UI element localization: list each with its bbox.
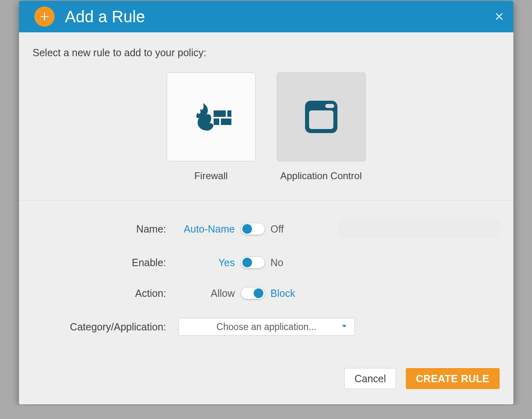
prompt-text: Select a new rule to add to your policy: (33, 47, 500, 59)
plus-icon (34, 6, 55, 27)
create-rule-button[interactable]: CREATE RULE (406, 368, 499, 389)
rule-type-section: Select a new rule to add to your policy:… (19, 32, 513, 201)
category-placeholder: Choose an application... (216, 322, 316, 332)
label-name: Name: (33, 223, 178, 235)
name-opt-auto: Auto-Name (178, 223, 235, 235)
application-icon (301, 97, 341, 137)
category-select[interactable]: Choose an application... (178, 318, 355, 336)
rule-type-cards: Firewall Application Control (33, 72, 500, 182)
modal-title: Add a Rule (65, 8, 145, 26)
svg-rect-2 (214, 119, 219, 125)
svg-rect-5 (309, 110, 333, 129)
chevron-down-icon (341, 322, 348, 332)
name-opt-off: Off (271, 223, 319, 235)
label-category: Category/Application: (33, 321, 178, 333)
row-enable: Enable: Yes No (33, 256, 500, 269)
svg-rect-3 (221, 119, 231, 125)
svg-rect-0 (214, 110, 226, 117)
rule-type-label: Firewall (167, 170, 256, 182)
enable-opt-no: No (271, 257, 319, 269)
row-name: Name: Auto-Name Off (33, 220, 500, 238)
rule-form: Name: Auto-Name Off Enable: Yes No Actio… (19, 201, 513, 358)
action-opt-block: Block (271, 288, 319, 299)
rule-type-label: Application Control (277, 170, 366, 182)
label-action: Action: (33, 288, 178, 299)
svg-rect-1 (227, 110, 231, 117)
modal-footer: Cancel CREATE RULE (19, 358, 513, 404)
svg-rect-6 (325, 104, 334, 108)
action-opt-allow: Allow (178, 288, 235, 299)
row-action: Action: Allow Block (33, 287, 500, 299)
firewall-icon (191, 101, 231, 133)
rule-name-input[interactable] (339, 220, 500, 238)
rule-type-firewall[interactable]: Firewall (167, 72, 256, 182)
enable-opt-yes: Yes (178, 257, 235, 269)
row-category: Category/Application: Choose an applicat… (33, 318, 500, 336)
rule-type-application-control[interactable]: Application Control (277, 72, 366, 182)
modal-header: Add a Rule (19, 1, 513, 32)
add-rule-modal: Add a Rule Select a new rule to add to y… (19, 1, 513, 404)
enable-toggle[interactable] (241, 256, 265, 269)
name-toggle[interactable] (241, 223, 265, 235)
close-button[interactable] (494, 11, 504, 23)
cancel-button[interactable]: Cancel (344, 368, 396, 389)
action-toggle[interactable] (241, 287, 265, 299)
label-enable: Enable: (33, 257, 178, 269)
